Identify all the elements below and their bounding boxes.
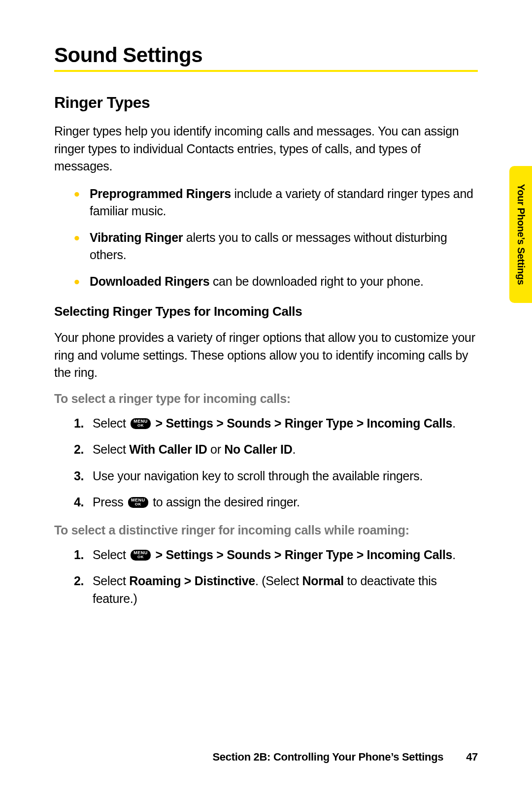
list-item: 3. Use your navigation key to scroll thr… <box>74 467 478 485</box>
step-mid: . (Select <box>255 574 302 588</box>
step-text-pre: Select <box>93 442 129 456</box>
step-bold: With Caller ID <box>129 442 207 456</box>
task-heading-1: To select a ringer type for incoming cal… <box>54 392 478 406</box>
step-text: Use your navigation key to scroll throug… <box>93 469 423 483</box>
list-item: Downloaded Ringers can be downloaded rig… <box>74 273 478 291</box>
step-number: 3. <box>74 467 84 485</box>
ringer-bullet-list: Preprogrammed Ringers include a variety … <box>74 185 478 291</box>
menu-ok-key-icon: MENUOK <box>131 550 151 561</box>
step-text-pre: Select <box>93 416 129 430</box>
main-heading: Sound Settings <box>54 43 478 72</box>
step-number: 1. <box>74 415 84 432</box>
step-end: . <box>452 416 456 430</box>
bullet-bold: Downloaded Ringers <box>90 274 209 288</box>
task-heading-2: To select a distinctive ringer for incom… <box>54 523 478 537</box>
step-bold: Normal <box>302 574 344 588</box>
step-path: > Settings > Sounds > Ringer Type > Inco… <box>152 548 452 562</box>
page-number: 47 <box>466 751 478 763</box>
step-number: 1. <box>74 546 84 564</box>
list-item: Vibrating Ringer alerts you to calls or … <box>74 229 478 264</box>
task2-list: 1. Select MENUOK > Settings > Sounds > R… <box>74 546 478 608</box>
intro-paragraph: Ringer types help you identify incoming … <box>54 123 478 175</box>
bullet-bold: Preprogrammed Ringers <box>90 187 231 200</box>
task1-list: 1. Select MENUOK > Settings > Sounds > R… <box>74 415 478 511</box>
bullet-text: can be downloaded right to your phone. <box>209 274 423 288</box>
step-mid: or <box>207 442 224 456</box>
menu-ok-key-icon: MENUOK <box>128 497 148 508</box>
list-item: 2. Select With Caller ID or No Caller ID… <box>74 441 478 459</box>
bullet-bold: Vibrating Ringer <box>90 231 183 244</box>
minor-heading: Selecting Ringer Types for Incoming Call… <box>54 304 478 319</box>
step-text-pre: Press <box>93 495 127 509</box>
list-item: 1. Select MENUOK > Settings > Sounds > R… <box>74 415 478 432</box>
page-footer: Section 2B: Controlling Your Phone’s Set… <box>54 751 478 764</box>
step-number: 2. <box>74 572 84 590</box>
list-item: 2. Select Roaming > Distinctive. (Select… <box>74 572 478 607</box>
page-content: Sound Settings Ringer Types Ringer types… <box>0 0 532 607</box>
step-bold: No Caller ID <box>224 442 292 456</box>
list-item: Preprogrammed Ringers include a variety … <box>74 185 478 220</box>
list-item: 1. Select MENUOK > Settings > Sounds > R… <box>74 546 478 564</box>
menu-ok-key-icon: MENUOK <box>131 418 151 429</box>
step-path: > Settings > Sounds > Ringer Type > Inco… <box>152 416 452 430</box>
step-bold: Roaming > Distinctive <box>129 574 255 588</box>
step-text-pre: Select <box>93 548 129 562</box>
step-number: 2. <box>74 441 84 459</box>
step-end: . <box>292 442 296 456</box>
step-text-post: to assign the desired ringer. <box>150 495 300 509</box>
step-text-pre: Select <box>93 574 129 588</box>
selecting-paragraph: Your phone provides a variety of ringer … <box>54 329 478 382</box>
sub-heading: Ringer Types <box>54 94 478 112</box>
footer-section: Section 2B: Controlling Your Phone’s Set… <box>212 751 443 763</box>
list-item: 4. Press MENUOK to assign the desired ri… <box>74 494 478 511</box>
step-end: . <box>452 548 456 562</box>
step-number: 4. <box>74 494 84 511</box>
